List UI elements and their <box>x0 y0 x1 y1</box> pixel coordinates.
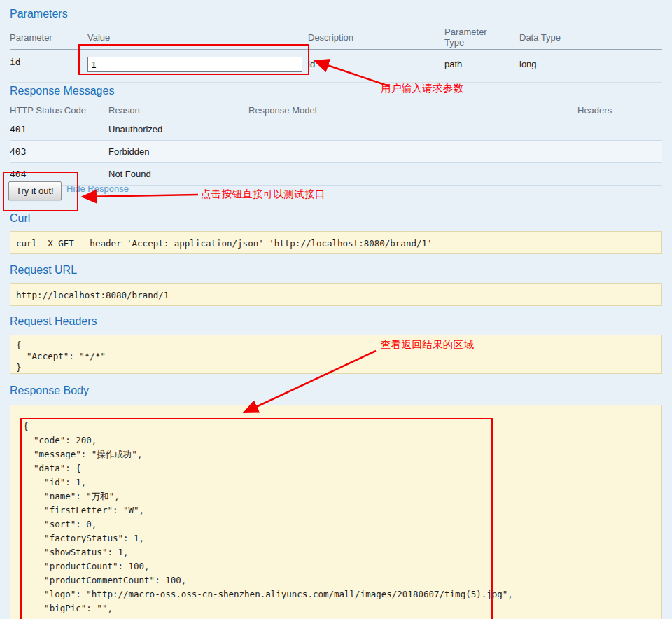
parameters-table: Parameter Value Description Parameter Ty… <box>10 25 662 83</box>
col-data-type: Data Type <box>519 25 662 49</box>
request-headers-heading: Request Headers <box>10 314 97 328</box>
col-value: Value <box>88 25 308 49</box>
response-messages-table: HTTP Status Code Reason Response Model H… <box>10 102 662 186</box>
col-reason: Reason <box>108 102 248 118</box>
response-messages-table-header: HTTP Status Code Reason Response Model H… <box>10 102 662 118</box>
try-it-out-button[interactable]: Try it out! <box>8 181 62 200</box>
status-code: 403 <box>10 146 108 157</box>
param-description: id <box>308 57 444 69</box>
param-id-input[interactable] <box>88 57 302 72</box>
col-headers: Headers <box>578 102 662 118</box>
curl-command: curl -X GET --header 'Accept: applicatio… <box>10 231 662 254</box>
param-type-value: path <box>444 57 519 69</box>
request-url-value: http://localhost:8080/brand/1 <box>10 283 662 306</box>
hide-response-link[interactable]: Hide Response <box>66 183 129 194</box>
annotation-response-note: 查看返回结果的区域 <box>381 338 474 352</box>
table-row: 401 Unauthorized <box>10 118 662 141</box>
status-reason: Forbidden <box>108 146 248 157</box>
status-code: 401 <box>10 124 108 134</box>
parameters-heading: Parameters <box>10 7 68 21</box>
request-url-heading: Request URL <box>10 263 77 277</box>
parameter-row-id: id id path long <box>10 50 662 83</box>
col-description: Description <box>308 25 444 49</box>
swagger-operation-panel: Parameters Parameter Value Description P… <box>0 0 672 619</box>
param-name: id <box>10 57 88 67</box>
response-body-json: { "code": 200, "message": "操作成功", "data"… <box>10 405 662 619</box>
response-messages-heading: Response Messages <box>10 84 114 98</box>
arrow-to-try-it-out <box>83 195 198 197</box>
status-reason: Unauthorized <box>108 124 248 134</box>
annotation-button-note: 点击按钮直接可以测试接口 <box>201 188 326 201</box>
curl-heading: Curl <box>10 211 30 225</box>
param-data-type-value: long <box>519 57 662 69</box>
col-http-status-code: HTTP Status Code <box>10 102 108 118</box>
annotation-input-note: 用户输入请求参数 <box>381 82 463 95</box>
status-reason: Not Found <box>108 169 248 179</box>
col-parameter-type: Parameter Type <box>444 25 519 49</box>
table-row: 404 Not Found <box>10 163 662 186</box>
response-body-heading: Response Body <box>10 384 89 398</box>
col-parameter: Parameter <box>10 25 88 49</box>
param-value-cell <box>88 57 308 72</box>
col-response-model: Response Model <box>248 102 578 118</box>
parameters-table-header: Parameter Value Description Parameter Ty… <box>10 25 662 50</box>
table-row: 403 Forbidden <box>10 141 662 163</box>
status-code: 404 <box>10 169 108 179</box>
request-headers-value: { "Accept": "*/*" } <box>10 335 662 374</box>
